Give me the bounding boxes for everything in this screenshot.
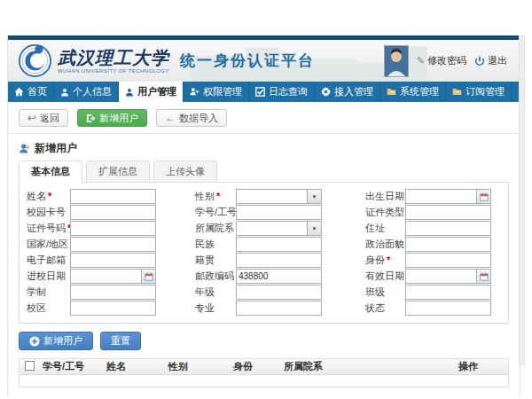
form-field: 校园卡号 bbox=[27, 205, 195, 220]
text-field bbox=[405, 301, 491, 316]
form-field: 出生日期 bbox=[365, 189, 510, 204]
text-field bbox=[70, 285, 156, 300]
form-field: 证件号码* bbox=[27, 221, 195, 236]
tab-1[interactable]: 扩展信息 bbox=[86, 160, 150, 183]
tab-2[interactable]: 上传头像 bbox=[153, 160, 217, 183]
text-input[interactable] bbox=[237, 287, 321, 298]
user-form: 姓名*性别*▼出生日期校园卡号学号/工号*证件类型*证件号码*所属院系▼住址国家… bbox=[27, 189, 508, 316]
text-input[interactable] bbox=[406, 207, 490, 218]
date-field bbox=[405, 269, 491, 284]
nav-item-folder[interactable]: 订阅管理 bbox=[446, 82, 512, 102]
field-label: 证件类型* bbox=[365, 206, 405, 219]
nav-item-users[interactable]: 用户管理 bbox=[119, 82, 184, 102]
text-field bbox=[405, 285, 491, 300]
data-import-button[interactable]: ← 数据导入 bbox=[156, 109, 227, 127]
home-icon bbox=[14, 87, 24, 97]
text-input[interactable] bbox=[237, 271, 321, 282]
form-actions: 新增用户 重置 bbox=[8, 324, 520, 358]
text-input[interactable] bbox=[406, 287, 490, 298]
reset-button[interactable]: 重置 bbox=[100, 332, 141, 350]
table-header-row: 学号/工号姓名性别身份所属院系操作 bbox=[20, 359, 508, 375]
scrollbar-track[interactable] bbox=[519, 35, 525, 365]
text-field bbox=[236, 269, 322, 284]
text-input[interactable] bbox=[71, 303, 155, 314]
text-field bbox=[70, 221, 156, 236]
avatar[interactable] bbox=[384, 45, 409, 77]
text-input[interactable] bbox=[237, 207, 321, 218]
plus-circle-icon bbox=[29, 336, 40, 347]
table-column-header: 性别 bbox=[165, 360, 230, 373]
nav-item-folder[interactable]: 系统管理 bbox=[380, 82, 446, 102]
text-input[interactable] bbox=[71, 255, 155, 266]
text-input[interactable] bbox=[406, 255, 490, 266]
text-field bbox=[405, 253, 491, 268]
logout-link[interactable]: 退出 bbox=[474, 54, 507, 67]
field-label: 年级 bbox=[195, 286, 236, 299]
field-label: 学制 bbox=[27, 286, 70, 299]
field-label: 学号/工号* bbox=[195, 206, 236, 219]
nav-item-home[interactable]: 首页 bbox=[8, 82, 54, 102]
back-arrow-icon: ↩ bbox=[27, 113, 36, 123]
text-field bbox=[70, 301, 156, 316]
nav-item-key[interactable]: 权限管理 bbox=[184, 82, 249, 102]
text-input[interactable] bbox=[71, 239, 155, 250]
calendar-icon[interactable] bbox=[141, 270, 155, 283]
text-field bbox=[70, 253, 156, 268]
nav-item-log-check[interactable]: 日志查询 bbox=[249, 82, 315, 102]
text-input[interactable] bbox=[237, 239, 321, 250]
dropdown-arrow-icon[interactable]: ▼ bbox=[307, 222, 321, 235]
required-asterisk: * bbox=[216, 191, 220, 201]
text-input[interactable] bbox=[71, 223, 155, 234]
text-input[interactable] bbox=[237, 303, 321, 314]
calendar-icon[interactable] bbox=[476, 190, 490, 203]
log-check-icon bbox=[255, 87, 265, 97]
date-field bbox=[70, 269, 156, 284]
submit-add-user-button[interactable]: 新增用户 bbox=[19, 332, 93, 350]
text-input[interactable] bbox=[406, 303, 490, 314]
field-label: 姓名* bbox=[27, 190, 70, 203]
field-label: 有效日期 bbox=[365, 270, 405, 283]
basic-info-panel: 姓名*性别*▼出生日期校园卡号学号/工号*证件类型*证件号码*所属院系▼住址国家… bbox=[19, 182, 509, 324]
tab-0[interactable]: 基本信息 bbox=[19, 160, 82, 183]
table-column-header: 身份 bbox=[230, 360, 280, 373]
main-nav: 首页个人信息用户管理权限管理日志查询接入管理系统管理订阅管理 bbox=[8, 82, 520, 102]
select-all-checkbox[interactable] bbox=[25, 361, 35, 371]
change-password-link[interactable]: ✎ 修改密码 bbox=[417, 54, 466, 67]
form-field: 邮政编码 bbox=[195, 269, 365, 284]
select-field: ▼ bbox=[236, 221, 322, 236]
nav-item-user[interactable]: 个人信息 bbox=[54, 82, 119, 102]
text-input[interactable] bbox=[237, 255, 321, 266]
text-field bbox=[236, 253, 322, 268]
add-user-icon bbox=[86, 113, 96, 123]
back-button[interactable]: ↩ 返回 bbox=[19, 109, 68, 127]
user-icon bbox=[60, 88, 69, 97]
dropdown-arrow-icon[interactable]: ▼ bbox=[307, 190, 321, 203]
field-label: 校区 bbox=[27, 301, 70, 315]
form-field: 状态 bbox=[365, 301, 510, 316]
text-input[interactable] bbox=[406, 223, 490, 234]
nav-item-gear[interactable]: 接入管理 bbox=[315, 82, 380, 102]
text-input[interactable] bbox=[71, 287, 155, 298]
power-icon bbox=[474, 56, 485, 66]
page: 武汉理工大学 WUHAN UNIVERSITY OF TECHNOLOGY 统一… bbox=[0, 0, 532, 399]
form-field: 证件类型* bbox=[365, 205, 510, 220]
field-label: 专业 bbox=[195, 301, 236, 315]
text-field bbox=[236, 205, 322, 220]
text-input[interactable] bbox=[71, 192, 155, 202]
add-user-toolbar-button[interactable]: 新增用户 bbox=[77, 109, 147, 127]
text-field bbox=[236, 285, 322, 300]
field-label: 身份* bbox=[365, 254, 405, 267]
new-user-icon bbox=[19, 143, 30, 154]
users-icon bbox=[125, 88, 134, 97]
field-label: 出生日期 bbox=[365, 190, 405, 203]
import-arrow-icon: ← bbox=[165, 113, 176, 123]
form-field: 专业 bbox=[195, 301, 365, 316]
calendar-icon[interactable] bbox=[476, 270, 490, 283]
field-label: 证件号码* bbox=[27, 222, 70, 235]
app-window: 武汉理工大学 WUHAN UNIVERSITY OF TECHNOLOGY 统一… bbox=[7, 35, 520, 396]
text-input[interactable] bbox=[71, 207, 155, 218]
university-logo bbox=[19, 44, 51, 77]
text-input[interactable] bbox=[406, 239, 490, 250]
form-field: 电子邮箱 bbox=[27, 253, 195, 268]
brand: 武汉理工大学 WUHAN UNIVERSITY OF TECHNOLOGY 统一… bbox=[8, 44, 315, 77]
